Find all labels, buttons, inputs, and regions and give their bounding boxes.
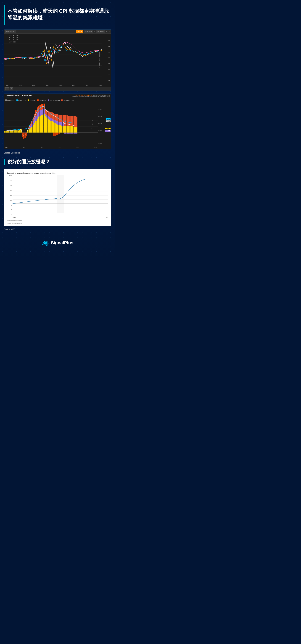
svg-rect-96 xyxy=(68,126,69,132)
bloomberg-y-label: Percent/Percentage... xyxy=(92,116,93,135)
svg-rect-45 xyxy=(41,115,42,132)
date-end[interactable]: 02/03/2024 xyxy=(96,30,105,33)
svg-rect-102 xyxy=(48,116,49,119)
svg-rect-103 xyxy=(49,117,50,120)
svg-rect-101 xyxy=(46,115,48,118)
svg-rect-85 xyxy=(53,122,54,132)
bloomberg-calc: Calculated by Bloomberg using data from … xyxy=(72,96,110,97)
section2-title: 说好的通胀放缓呢？ xyxy=(4,159,111,165)
svg-rect-86 xyxy=(54,123,56,132)
svg-rect-32 xyxy=(23,132,25,139)
svg-rect-70 xyxy=(42,105,44,109)
svg-rect-41 xyxy=(36,120,37,132)
badge-neg0064: -0.064 xyxy=(105,130,111,132)
svg-rect-104 xyxy=(50,118,52,120)
svg-rect-26 xyxy=(15,130,16,132)
svg-rect-91 xyxy=(61,126,63,132)
svg-rect-29 xyxy=(19,130,20,132)
settings-button[interactable]: ⚙ xyxy=(10,88,13,90)
svg-rect-20 xyxy=(7,131,8,132)
svg-rect-122 xyxy=(46,110,48,115)
svg-rect-137 xyxy=(67,116,68,126)
svg-rect-148 xyxy=(75,127,76,132)
svg-rect-127 xyxy=(53,113,54,120)
svg-rect-19 xyxy=(6,131,7,132)
legend-3mo: 3mo, AR 4.00 xyxy=(6,37,19,39)
svg-rect-119 xyxy=(71,132,72,134)
svg-rect-37 xyxy=(30,128,31,132)
bloomberg-x-axis: 2019 2020 2021 2022 2023 2024 xyxy=(4,147,98,148)
bloomberg-y-axis: 10.000 8.000 6.000 4.000 2.000 0.000 -2.… xyxy=(97,102,102,145)
bloomberg-header: Contributions to US CPI YoY% NSA All Ite… xyxy=(4,94,111,99)
svg-rect-100 xyxy=(45,114,46,116)
svg-rect-118 xyxy=(70,132,71,134)
svg-rect-142 xyxy=(53,132,54,136)
svg-rect-49 xyxy=(30,126,31,128)
custom-badge: Custom xyxy=(76,30,83,32)
svg-rect-44 xyxy=(40,116,41,132)
svg-rect-22 xyxy=(10,130,11,132)
date-start[interactable]: 01/03/2016 xyxy=(84,30,93,33)
svg-rect-80 xyxy=(46,118,48,132)
badge-0348: 0.348 xyxy=(105,128,111,130)
svg-rect-87 xyxy=(56,124,57,132)
svg-rect-73 xyxy=(37,108,38,109)
wsj-chart-svg xyxy=(13,175,108,218)
svg-rect-154 xyxy=(75,116,76,127)
svg-rect-51 xyxy=(33,121,34,125)
svg-rect-135 xyxy=(64,115,65,126)
svg-rect-132 xyxy=(60,115,61,122)
svg-rect-72 xyxy=(36,110,37,111)
svg-rect-136 xyxy=(65,115,67,126)
svg-rect-113 xyxy=(63,123,64,126)
svg-rect-65 xyxy=(36,111,37,116)
svg-rect-90 xyxy=(60,125,61,132)
svg-rect-84 xyxy=(52,122,53,132)
svg-rect-57 xyxy=(41,110,42,115)
svg-rect-157 xyxy=(57,175,64,213)
svg-rect-109 xyxy=(57,122,59,124)
svg-rect-88 xyxy=(57,124,59,132)
wsj-note2: Source: Labor Department xyxy=(7,222,108,224)
fred-bottom-bar: ✓ ⚙ xyxy=(4,87,111,90)
svg-rect-40 xyxy=(34,123,35,132)
bloomberg-right-badges-2: 0.348 -0.064 xyxy=(105,128,111,132)
bloomberg-chart-area: Percent/Percentage... 10.000 8.000 6.000… xyxy=(4,102,111,149)
check-button[interactable]: ✓ xyxy=(5,88,9,90)
svg-rect-83 xyxy=(50,120,52,132)
svg-rect-76 xyxy=(41,104,42,105)
svg-rect-75 xyxy=(40,105,41,106)
svg-rect-146 xyxy=(59,132,60,134)
svg-rect-95 xyxy=(67,126,68,132)
svg-rect-58 xyxy=(42,109,44,115)
svg-rect-151 xyxy=(75,132,76,134)
fred-legend: 1mo, AR 4.80 3mo, AR 4.00 6mo, AR 3.60 xyxy=(6,35,19,43)
source-bloomberg: Source: Bloomberg xyxy=(4,152,111,154)
svg-rect-38 xyxy=(31,127,33,132)
svg-rect-27 xyxy=(16,130,18,132)
svg-rect-147 xyxy=(74,126,75,132)
svg-rect-152 xyxy=(76,132,78,134)
bloomberg-subtitle: All Items xyxy=(6,96,32,98)
bloomberg-chart-svg xyxy=(4,102,98,145)
wsj-chart-container: Cumulative change in consumer prices sin… xyxy=(4,169,111,226)
badge-3862: 3.862 xyxy=(106,118,111,120)
expand-icon[interactable]: ⤢ xyxy=(109,30,110,32)
title-section: 不管如何解读，昨天的 CPI 数据都令期待通胀降温的鸽派难堪 xyxy=(4,5,111,25)
wsj-x-axis: 2016 '20 xyxy=(13,217,108,219)
main-title: 不管如何解读，昨天的 CPI 数据都令期待通胀降温的鸽派难堪 xyxy=(8,8,111,21)
svg-rect-93 xyxy=(64,126,65,132)
edit-graph-button[interactable]: ✏ Edit Graph xyxy=(5,30,16,33)
svg-rect-50 xyxy=(31,124,33,127)
edit-icon: ✏ xyxy=(7,31,8,32)
svg-rect-150 xyxy=(74,132,75,134)
svg-rect-121 xyxy=(45,110,46,114)
svg-rect-141 xyxy=(72,116,73,126)
bloomberg-title: Contributions to US CPI YoY% NSA xyxy=(6,94,32,96)
svg-rect-114 xyxy=(64,132,65,134)
svg-rect-138 xyxy=(68,116,69,126)
signalplus-logo-icon xyxy=(42,240,49,246)
refresh-icon[interactable]: ↻ xyxy=(106,30,108,32)
logo-text: SignalPlus xyxy=(51,240,73,245)
svg-rect-98 xyxy=(71,126,72,132)
